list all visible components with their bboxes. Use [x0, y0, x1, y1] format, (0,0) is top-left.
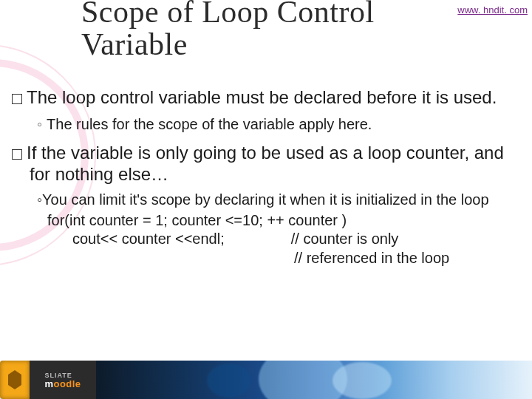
footer-brand-text: SLIATE moodle [44, 372, 81, 389]
footer-brand: SLIATE moodle [30, 361, 96, 399]
bullet-1-sub: ◦The rules for the scope of the variable… [37, 115, 522, 134]
bullet-1-sub-text: The rules for the scope of the variable … [47, 116, 372, 132]
title-line-1: Scope of Loop Control [81, 0, 375, 29]
slide-body: The loop control variable must be declar… [12, 87, 522, 267]
code-line-2-stmt: cout<< counter <<endl; [72, 230, 225, 249]
code-line-3-comment: // referenced in the loop [294, 249, 449, 268]
bullet-1-text: The loop control variable must be declar… [27, 87, 497, 107]
code-example: for(int counter = 1; counter <=10; ++ co… [37, 211, 522, 268]
collage-blob [207, 364, 251, 398]
slide-title: Scope of Loop Control Variable [81, 0, 375, 61]
code-line-3: // referenced in the loop [72, 249, 522, 268]
bullet-2-sub-text: You can limit it's scope by declaring it… [42, 191, 489, 208]
badge-icon [7, 369, 23, 391]
code-line-2: cout<< counter <<endl; // counter is onl… [72, 230, 522, 249]
footer-image-strip: SLIATE moodle [0, 361, 532, 399]
code-line-1: for(int counter = 1; counter <=10; ++ co… [47, 211, 522, 231]
footer-collage [96, 361, 532, 399]
code-line-2-comment: // counter is only [291, 230, 399, 249]
footer-badge-icon [0, 361, 30, 399]
bullet-2: If the variable is only going to be used… [12, 143, 522, 185]
square-bullet-icon [12, 149, 22, 160]
footer-brand-b2: oodle [53, 378, 81, 389]
collage-blob [332, 362, 392, 399]
square-bullet-icon [12, 94, 22, 104]
bullet-2-text: If the variable is only going to be used… [27, 143, 504, 183]
sub-bullet-marker: ◦ [37, 116, 42, 132]
footer-brand-b1: m [44, 378, 53, 389]
source-url-link[interactable]: www. hndit. com [457, 4, 528, 16]
bullet-2-sub: ◦You can limit it's scope by declaring i… [37, 191, 522, 210]
slide: www. hndit. com Scope of Loop Control Va… [0, 0, 532, 399]
title-line-2: Variable [81, 27, 188, 61]
bullet-1: The loop control variable must be declar… [12, 87, 522, 108]
